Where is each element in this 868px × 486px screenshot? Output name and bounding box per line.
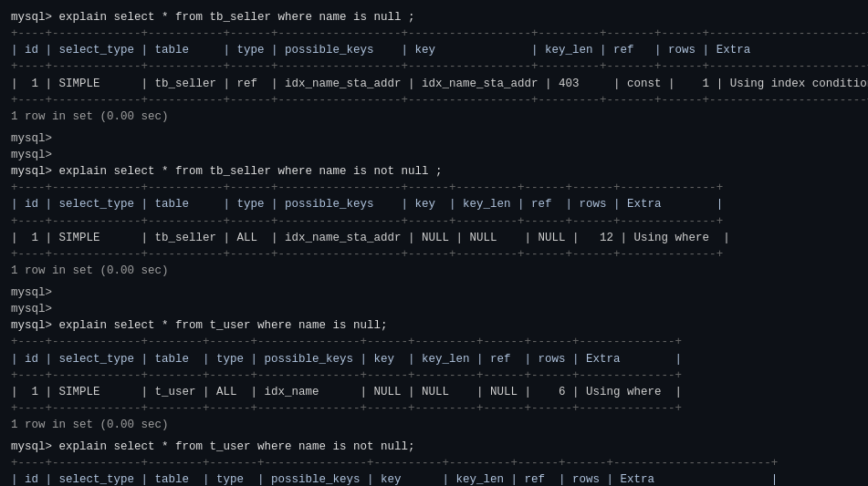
table-border: +----+-------------+-----------+------+-…: [11, 26, 857, 42]
result-line: 1 row in set (0.00 sec): [11, 417, 857, 433]
command-line: mysql> explain select * from tb_seller w…: [11, 9, 857, 26]
command-line: mysql> explain select * from t_user wher…: [11, 439, 857, 455]
prompt-line: mysql>: [11, 147, 857, 163]
table-border: +----+-------------+--------+------+----…: [11, 400, 857, 417]
table-header: | id | select_type | table | type | poss…: [11, 196, 857, 212]
table-border: +----+-------------+--------+-------+---…: [11, 455, 857, 471]
result-line: 1 row in set (0.00 sec): [11, 263, 857, 279]
table-data-row: | 1 | SIMPLE | tb_seller | ref | idx_nam…: [11, 76, 857, 92]
terminal-content: mysql> explain select * from tb_seller w…: [11, 9, 857, 486]
table-data-row: | 1 | SIMPLE | t_user | ALL | idx_name |…: [11, 384, 857, 400]
table-data-row: | 1 | SIMPLE | tb_seller | ALL | idx_nam…: [11, 230, 857, 246]
table-border: +----+-------------+--------+------+----…: [11, 334, 857, 350]
table-border: +----+-------------+-----------+------+-…: [11, 180, 857, 196]
prompt-line: mysql>: [11, 130, 857, 147]
command-line: mysql> explain select * from t_user wher…: [11, 317, 857, 334]
table-header: | id | select_type | table | type | poss…: [11, 42, 857, 58]
table-border: +----+-------------+--------+------+----…: [11, 367, 857, 384]
command-line: mysql> explain select * from tb_seller w…: [11, 163, 857, 180]
table-header: | id | select_type | table | type | poss…: [11, 471, 857, 486]
prompt-line: mysql>: [11, 301, 857, 317]
table-border: +----+-------------+-----------+------+-…: [11, 92, 857, 109]
table-border: +----+-------------+-----------+------+-…: [11, 246, 857, 263]
prompt-line: mysql>: [11, 284, 857, 301]
terminal: mysql> explain select * from tb_seller w…: [0, 0, 868, 486]
result-line: 1 row in set (0.00 sec): [11, 109, 857, 125]
table-border: +----+-------------+-----------+------+-…: [11, 58, 857, 75]
table-border: +----+-------------+-----------+------+-…: [11, 213, 857, 230]
table-header: | id | select_type | table | type | poss…: [11, 351, 857, 367]
